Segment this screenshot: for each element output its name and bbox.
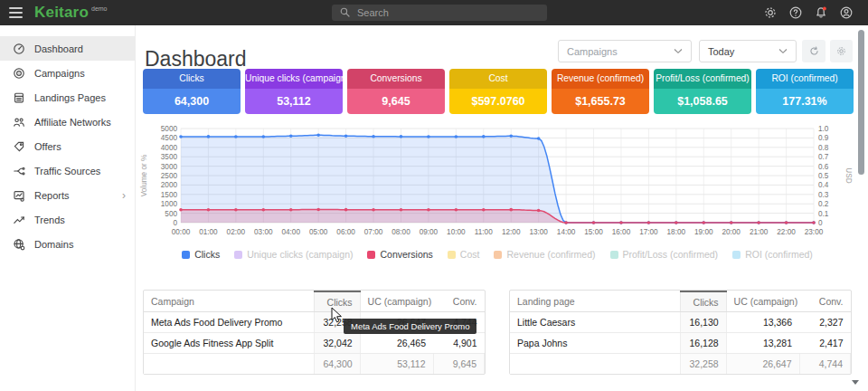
legend-swatch	[182, 251, 190, 259]
legend-label: Clicks	[194, 249, 220, 260]
brand-logo[interactable]: Keitaro	[34, 0, 89, 25]
totals-value-cell: 32,258	[680, 354, 726, 375]
sidebar-item-offers[interactable]: Offers	[0, 134, 135, 158]
topbar-actions	[763, 0, 854, 25]
metric-card-cost[interactable]: Cost$597.0760	[449, 69, 547, 114]
scrollbar-thumb[interactable]	[858, 30, 864, 175]
sidebar-item-label: Domains	[34, 239, 73, 250]
totals-row: 32,25826,6474,744	[510, 354, 851, 375]
search-input[interactable]: Search	[332, 5, 547, 21]
sidebar-item-affiliate-networks[interactable]: Affiliate Networks	[0, 110, 135, 134]
sidebar-item-reports[interactable]: Reports›	[0, 183, 135, 207]
notifications-icon[interactable]	[814, 5, 828, 20]
metric-card-label: Unique clicks (campaign)	[245, 69, 343, 89]
landings-pages-icon	[13, 91, 25, 104]
svg-text:19:00: 19:00	[694, 228, 713, 236]
chevron-down-icon	[674, 48, 683, 54]
svg-text:16:00: 16:00	[612, 228, 631, 236]
sidebar-item-trends[interactable]: Trends	[0, 207, 135, 232]
notification-dot	[823, 7, 826, 11]
chevron-down-icon	[778, 48, 788, 54]
legend-swatch	[367, 251, 375, 259]
metric-card-clicks[interactable]: Clicks64,300	[143, 69, 241, 114]
row-name-cell: Google Ads Fitness App Split	[144, 333, 314, 354]
row-name-cell: Papa Johns	[510, 333, 680, 354]
help-icon[interactable]	[788, 5, 803, 20]
sidebar-item-dashboard[interactable]: Dashboard	[0, 36, 135, 61]
account-icon[interactable]	[839, 5, 854, 20]
svg-text:4000: 4000	[161, 144, 178, 152]
metric-card-profit-loss-confirmed-[interactable]: Profit/Loss (confirmed)$1,058.65	[654, 69, 751, 114]
chevron-right-icon: ›	[122, 190, 126, 201]
refresh-button[interactable]	[802, 40, 826, 62]
legend-label: Profit/Loss (confirmed)	[623, 249, 719, 260]
totals-value-cell: 26,647	[726, 354, 799, 375]
sidebar-item-domains[interactable]: Domains	[0, 232, 135, 256]
table-row[interactable]: Little Caesars16,13013,3662,327	[510, 312, 851, 333]
scrollbar-down-arrow[interactable]	[852, 380, 859, 385]
svg-text:23:00: 23:00	[805, 228, 824, 236]
metric-card-roi-confirmed-[interactable]: ROI (confirmed)177.31%	[756, 69, 854, 114]
sidebar-item-campaigns[interactable]: Campaigns	[0, 61, 135, 85]
svg-text:20:00: 20:00	[722, 228, 741, 236]
dashboard-settings-button[interactable]	[830, 40, 853, 62]
svg-text:07:00: 07:00	[364, 228, 383, 236]
sidebar-item-landings-pages[interactable]: Landings Pages	[0, 85, 135, 110]
app-root: Keitaro demo Search DashboardCampaignsLa…	[0, 0, 868, 391]
table-row[interactable]: Papa Johns16,12813,2812,417	[510, 333, 851, 354]
svg-text:500: 500	[165, 210, 177, 218]
metric-card-value: 9,645	[347, 89, 445, 114]
metric-card-label: Cost	[449, 69, 547, 89]
column-header-conv-[interactable]: Conv.	[433, 291, 484, 312]
date-range-value: Today	[708, 46, 734, 57]
legend-item-revenue-confirmed-[interactable]: Revenue (confirmed)	[494, 249, 595, 260]
totals-value-cell: 64,300	[314, 354, 360, 375]
sidebar: DashboardCampaignsLandings PagesAffiliat…	[0, 25, 136, 391]
legend-swatch	[732, 251, 741, 259]
campaigns-filter-select[interactable]: Campaigns	[558, 40, 692, 62]
svg-text:1000: 1000	[161, 200, 178, 208]
metric-card-value: $1,058.65	[654, 89, 751, 114]
metric-card-revenue-confirmed-[interactable]: Revenue (confirmed)$1,655.73	[552, 69, 649, 114]
legend-item-roi-confirmed-[interactable]: ROI (confirmed)	[732, 249, 813, 260]
legend-item-profit-loss-confirmed-[interactable]: Profit/Loss (confirmed)	[610, 249, 719, 260]
column-header-uc-campaign-[interactable]: UC (campaign)	[726, 291, 799, 312]
legend-swatch	[234, 251, 242, 259]
legend-item-conversions[interactable]: Conversions	[367, 249, 432, 260]
column-header-campaign[interactable]: Campaign	[144, 291, 314, 312]
svg-text:0.4: 0.4	[818, 181, 829, 189]
legend-item-clicks[interactable]: Clicks	[182, 249, 220, 260]
metric-card-conversions[interactable]: Conversions9,645	[347, 69, 445, 114]
sidebar-item-traffic-sources[interactable]: Traffic Sources	[0, 158, 135, 183]
column-header-landing-page[interactable]: Landing page	[510, 291, 680, 312]
svg-text:0.2: 0.2	[818, 200, 829, 208]
row-value-cell: 32,042	[314, 333, 360, 354]
column-header-conv-[interactable]: Conv.	[799, 291, 850, 312]
totals-row: 64,30053,1129,645	[144, 354, 485, 375]
legend-item-unique-clicks-campaign-[interactable]: Unique clicks (campaign)	[234, 249, 353, 260]
settings-icon[interactable]	[763, 5, 778, 20]
sidebar-item-label: Dashboard	[34, 43, 83, 54]
svg-text:USD: USD	[844, 167, 853, 183]
svg-text:0.5: 0.5	[818, 172, 829, 180]
timeseries-chart[interactable]: 005000.110000.215000.320000.425000.53000…	[136, 119, 859, 244]
table-row[interactable]: Google Ads Fitness App Split32,04226,465…	[144, 333, 485, 354]
svg-text:04:00: 04:00	[281, 228, 300, 236]
svg-text:2500: 2500	[161, 172, 178, 180]
legend-item-cost[interactable]: Cost	[448, 249, 480, 260]
column-header-clicks[interactable]: Clicks	[314, 291, 360, 312]
row-value-cell: 2,417	[799, 333, 850, 354]
svg-text:14:00: 14:00	[557, 228, 576, 236]
date-range-select[interactable]: Today	[699, 40, 797, 62]
svg-text:01:00: 01:00	[199, 228, 218, 236]
hamburger-menu-icon[interactable]	[9, 7, 23, 18]
landing-pages-table: Landing pageClicksUC (campaign)Conv.Litt…	[509, 290, 852, 375]
svg-text:02:00: 02:00	[227, 228, 246, 236]
metric-card-value: 53,112	[245, 89, 343, 114]
metric-card-unique-clicks-campaign-[interactable]: Unique clicks (campaign)53,112	[245, 69, 343, 114]
refresh-icon	[808, 45, 820, 57]
column-header-uc-campaign-[interactable]: UC (campaign)	[360, 291, 433, 312]
row-value-cell: 13,281	[726, 333, 799, 354]
column-header-clicks[interactable]: Clicks	[680, 291, 726, 312]
sidebar-item-label: Campaigns	[34, 68, 85, 79]
